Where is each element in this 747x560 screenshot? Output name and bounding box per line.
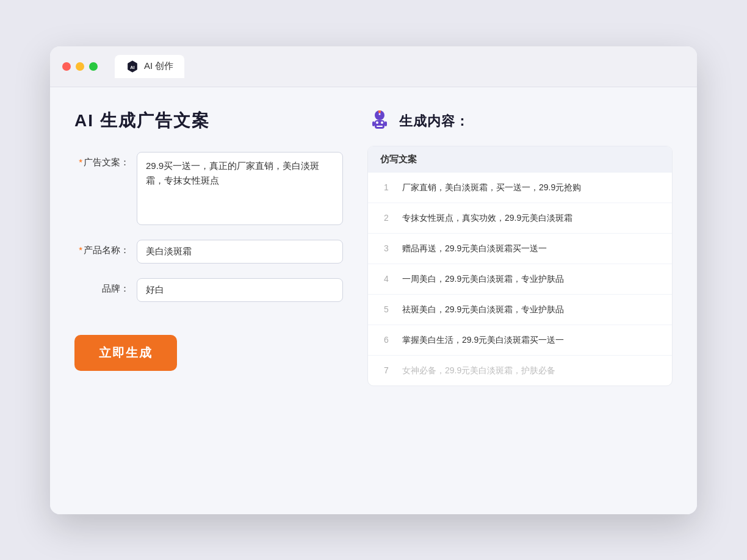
ad-copy-input[interactable] xyxy=(137,152,343,225)
ad-copy-group: *广告文案： xyxy=(74,152,343,225)
product-name-input[interactable] xyxy=(137,240,343,264)
svg-point-4 xyxy=(376,121,378,124)
svg-rect-9 xyxy=(378,110,381,113)
brand-group: 品牌： xyxy=(74,278,343,302)
results-header: 生成内容： xyxy=(367,109,673,134)
svg-point-5 xyxy=(381,121,383,124)
page-title: AI 生成广告文案 xyxy=(74,109,343,132)
copy-icon[interactable] xyxy=(648,273,660,285)
row-text: 专抹女性斑点，真实功效，29.9元美白淡斑霜 xyxy=(402,212,638,224)
traffic-lights xyxy=(62,62,98,71)
svg-rect-3 xyxy=(375,120,384,129)
table-header: 仿写文案 xyxy=(368,146,672,173)
ad-copy-label: *广告文案： xyxy=(74,152,129,168)
ai-tab-icon: AI xyxy=(126,60,139,73)
table-row: 3赠品再送，29.9元美白淡斑霜买一送一 xyxy=(368,234,672,264)
table-row: 6掌握美白生活，29.9元美白淡斑霜买一送一 xyxy=(368,325,672,356)
row-number: 6 xyxy=(380,335,392,345)
row-text: 一周美白，29.9元美白淡斑霜，专业护肤品 xyxy=(402,273,638,285)
row-number: 1 xyxy=(380,182,392,192)
product-name-group: *产品名称： xyxy=(74,240,343,264)
copy-icon[interactable] xyxy=(648,212,660,224)
copy-icon[interactable] xyxy=(648,364,660,376)
row-text: 女神必备，29.9元美白淡斑霜，护肤必备 xyxy=(402,364,638,377)
row-number: 4 xyxy=(380,274,392,284)
row-number: 5 xyxy=(380,304,392,314)
results-title: 生成内容： xyxy=(399,112,469,131)
svg-rect-6 xyxy=(377,126,383,127)
copy-icon[interactable] xyxy=(648,242,660,254)
maximize-button[interactable] xyxy=(89,62,98,71)
product-name-label: *产品名称： xyxy=(74,240,129,256)
brand-input[interactable] xyxy=(137,278,343,302)
row-text: 祛斑美白，29.9元美白淡斑霜，专业护肤品 xyxy=(402,303,638,316)
results-table: 仿写文案 1厂家直销，美白淡斑霜，买一送一，29.9元抢购 2专抹女性斑点，真实… xyxy=(367,146,673,386)
product-required-star: * xyxy=(79,245,82,255)
table-row: 1厂家直销，美白淡斑霜，买一送一，29.9元抢购 xyxy=(368,173,672,203)
left-panel: AI 生成广告文案 *广告文案： *产品名称： 品牌： 立 xyxy=(74,109,343,492)
svg-text:AI: AI xyxy=(130,64,134,70)
copy-icon[interactable] xyxy=(648,334,660,346)
row-number: 7 xyxy=(380,365,392,375)
row-text: 掌握美白生活，29.9元美白淡斑霜买一送一 xyxy=(402,334,638,346)
ai-tab[interactable]: AI AI 创作 xyxy=(115,55,184,78)
row-number: 2 xyxy=(380,213,392,223)
table-row: 4一周美白，29.9元美白淡斑霜，专业护肤品 xyxy=(368,264,672,295)
row-number: 3 xyxy=(380,243,392,253)
row-text: 赠品再送，29.9元美白淡斑霜买一送一 xyxy=(402,242,638,255)
title-bar: AI AI 创作 xyxy=(50,46,697,87)
row-text: 厂家直销，美白淡斑霜，买一送一，29.9元抢购 xyxy=(402,181,638,194)
minimize-button[interactable] xyxy=(76,62,84,71)
tab-label: AI 创作 xyxy=(144,60,173,72)
svg-rect-8 xyxy=(384,121,387,126)
svg-point-10 xyxy=(379,113,381,115)
main-content: AI 生成广告文案 *广告文案： *产品名称： 品牌： 立 xyxy=(50,87,697,514)
table-row: 5祛斑美白，29.9元美白淡斑霜，专业护肤品 xyxy=(368,295,672,325)
brand-label: 品牌： xyxy=(74,278,129,295)
browser-window: AI AI 创作 AI 生成广告文案 *广告文案： *产品名称： xyxy=(50,46,697,514)
svg-rect-7 xyxy=(372,121,375,126)
robot-icon xyxy=(367,109,392,134)
close-button[interactable] xyxy=(62,62,71,71)
table-row: 2专抹女性斑点，真实功效，29.9元美白淡斑霜 xyxy=(368,203,672,234)
generate-button[interactable]: 立即生成 xyxy=(74,335,177,371)
table-row: 7女神必备，29.9元美白淡斑霜，护肤必备 xyxy=(368,356,672,386)
right-panel: 生成内容： 仿写文案 1厂家直销，美白淡斑霜，买一送一，29.9元抢购 2专抹女… xyxy=(367,109,673,492)
ad-copy-required-star: * xyxy=(79,157,82,167)
copy-icon[interactable] xyxy=(648,303,660,315)
copy-icon[interactable] xyxy=(648,181,660,193)
